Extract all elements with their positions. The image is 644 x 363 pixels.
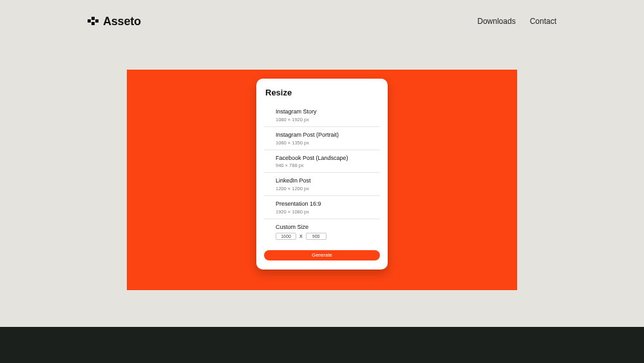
preset-dims: 1080 × 1920 px — [276, 117, 380, 123]
preset-dims: 1200 × 1200 px — [276, 186, 380, 191]
preset-list: Instagram Story 1080 × 1920 px Instagram… — [264, 104, 380, 219]
preset-linkedin-post[interactable]: LinkedIn Post 1200 × 1200 px — [264, 173, 380, 196]
resize-card: Resize Instagram Story 1080 × 1920 px In… — [256, 79, 388, 270]
brand[interactable]: Asseto — [88, 15, 141, 28]
card-title: Resize — [264, 88, 380, 97]
nav-links: Downloads Contact — [477, 17, 556, 26]
preset-name: LinkedIn Post — [276, 177, 380, 184]
custom-height-input[interactable] — [306, 233, 327, 240]
nav-link-downloads[interactable]: Downloads — [477, 17, 515, 26]
custom-size-title: Custom Size — [276, 224, 380, 230]
preset-name: Instagram Story — [276, 108, 380, 115]
preset-name: Instagram Post (Portrait) — [276, 132, 380, 139]
preset-presentation-16-9[interactable]: Presentation 16:9 1920 × 1080 px — [264, 196, 380, 219]
footer-band — [0, 327, 644, 363]
preset-instagram-story[interactable]: Instagram Story 1080 × 1920 px — [264, 104, 380, 127]
generate-button[interactable]: Generate — [264, 250, 380, 260]
preset-facebook-post-landscape[interactable]: Facebook Post (Landscape) 940 × 788 px — [264, 150, 380, 173]
custom-size-row: X — [276, 233, 380, 240]
nav-link-contact[interactable]: Contact — [530, 17, 556, 26]
top-nav: Asseto Downloads Contact — [0, 12, 644, 31]
preset-dims: 1080 × 1350 px — [276, 140, 380, 146]
custom-size-section: Custom Size X — [264, 219, 380, 242]
preset-dims: 1920 × 1080 px — [276, 209, 380, 215]
preset-dims: 940 × 788 px — [276, 162, 380, 168]
brand-logo-icon — [88, 17, 99, 26]
preset-name: Presentation 16:9 — [276, 201, 380, 208]
custom-width-input[interactable] — [276, 233, 296, 240]
preset-instagram-post-portrait[interactable]: Instagram Post (Portrait) 1080 × 1350 px — [264, 127, 380, 150]
preset-name: Facebook Post (Landscape) — [276, 155, 380, 162]
brand-name: Asseto — [103, 15, 141, 28]
dimension-x-label: X — [299, 234, 303, 239]
